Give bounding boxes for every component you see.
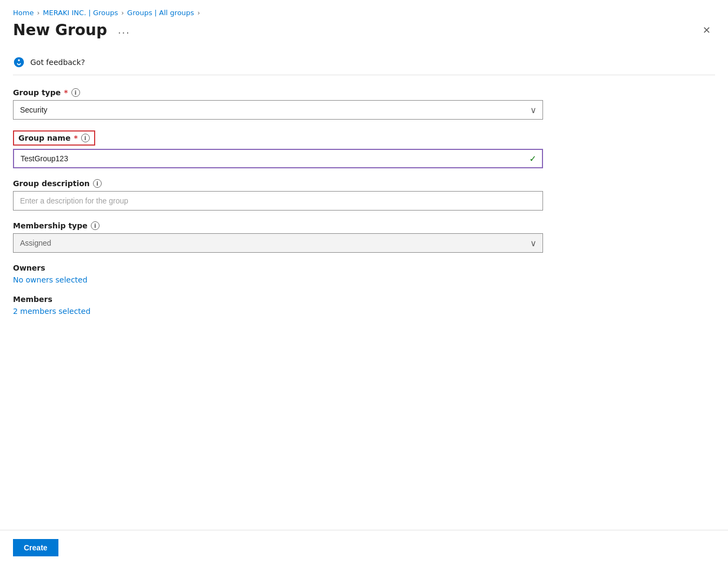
breadcrumb-sep-1: ›: [37, 9, 39, 17]
feedback-section: ? Got feedback?: [13, 50, 715, 75]
group-description-field: Group description i: [13, 179, 543, 211]
group-name-check-icon: ✓: [530, 154, 537, 164]
close-icon: ✕: [703, 24, 711, 36]
group-description-input[interactable]: [13, 191, 543, 211]
group-name-required-star: *: [74, 134, 77, 142]
page-header: New Group ... ✕: [13, 21, 715, 39]
page-title-row: New Group ...: [13, 21, 135, 39]
group-type-field: Group type * i Security Microsoft 365 ∨: [13, 88, 543, 120]
membership-type-field: Membership type i Assigned Dynamic User …: [13, 221, 543, 253]
form-section: Group type * i Security Microsoft 365 ∨ …: [13, 88, 543, 316]
page-container: Home › MERAKI INC. | Groups › Groups | A…: [0, 0, 728, 565]
breadcrumb-home[interactable]: Home: [13, 9, 34, 17]
svg-text:?: ?: [21, 58, 22, 62]
members-label: Members: [13, 295, 543, 304]
main-content: Home › MERAKI INC. | Groups › Groups | A…: [0, 0, 728, 530]
membership-type-info-icon[interactable]: i: [91, 221, 100, 230]
breadcrumb-all-groups[interactable]: Groups | All groups: [127, 9, 194, 17]
create-button[interactable]: Create: [13, 539, 58, 556]
group-name-input-wrapper: ✓: [13, 149, 543, 168]
owners-label: Owners: [13, 264, 543, 272]
membership-type-select-wrapper: Assigned Dynamic User Dynamic Device ∨: [13, 233, 543, 253]
page-title: New Group: [13, 21, 107, 39]
group-name-field: Group name * i ✓: [13, 130, 543, 168]
members-link[interactable]: 2 members selected: [13, 307, 90, 316]
group-type-label: Group type * i: [13, 88, 543, 97]
group-type-select[interactable]: Security Microsoft 365: [13, 100, 543, 120]
group-type-required-star: *: [64, 88, 68, 97]
group-type-info-icon[interactable]: i: [71, 88, 80, 97]
group-name-label-wrapper: Group name * i: [13, 130, 543, 146]
group-name-label-box: Group name * i: [13, 130, 95, 146]
breadcrumb-meraki[interactable]: MERAKI INC. | Groups: [43, 9, 118, 17]
more-options-button[interactable]: ...: [114, 22, 135, 38]
breadcrumb: Home › MERAKI INC. | Groups › Groups | A…: [13, 9, 715, 17]
group-description-label: Group description i: [13, 179, 543, 188]
group-description-info-icon[interactable]: i: [93, 179, 102, 188]
footer: Create: [0, 530, 728, 565]
owners-section: Owners No owners selected: [13, 264, 543, 284]
members-section: Members 2 members selected: [13, 295, 543, 316]
owners-link[interactable]: No owners selected: [13, 275, 88, 284]
membership-type-select[interactable]: Assigned Dynamic User Dynamic Device: [13, 233, 543, 253]
group-type-select-wrapper: Security Microsoft 365 ∨: [13, 100, 543, 120]
feedback-text: Got feedback?: [30, 58, 85, 67]
group-name-info-icon[interactable]: i: [81, 134, 90, 142]
feedback-icon: ?: [13, 56, 25, 68]
breadcrumb-sep-3: ›: [197, 9, 200, 17]
membership-type-label: Membership type i: [13, 221, 543, 230]
close-button[interactable]: ✕: [698, 22, 715, 38]
group-name-input[interactable]: [13, 149, 543, 168]
breadcrumb-sep-2: ›: [121, 9, 124, 17]
